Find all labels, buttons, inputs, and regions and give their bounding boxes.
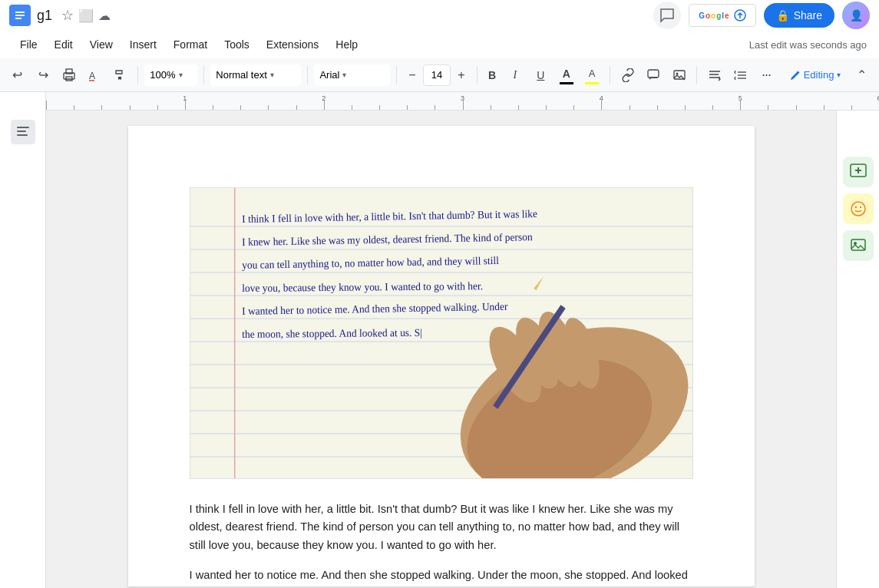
font-size-increase[interactable]: +	[452, 66, 471, 84]
align-button[interactable]	[703, 64, 725, 87]
svg-point-53	[854, 206, 856, 208]
highlight-button[interactable]: A	[580, 64, 603, 87]
editing-mode-button[interactable]: Editing ▾	[784, 66, 848, 84]
last-edit-status: Last edit was seconds ago	[749, 39, 867, 51]
italic-button[interactable]: I	[504, 64, 526, 87]
line-spacing-button[interactable]	[729, 64, 752, 87]
toolbar: ↩ ↪ A 100% ▾ Normal text ▾ Arial ▾ − + B…	[0, 58, 879, 92]
bold-button[interactable]: B	[484, 64, 501, 87]
more-toolbar-button[interactable]: ···	[755, 64, 777, 87]
svg-point-52	[851, 202, 865, 216]
header-right-actions: G o o g l e 🔒 Share 👤	[653, 2, 870, 29]
text-color-button[interactable]: A	[555, 64, 577, 87]
svg-rect-10	[648, 70, 659, 78]
ruler-container: 123456	[0, 92, 879, 111]
user-avatar[interactable]: 👤	[842, 2, 870, 29]
font-size-area: − +	[403, 64, 471, 86]
expand-toolbar-button[interactable]: ⌃	[850, 64, 872, 87]
editing-chevron: ▾	[837, 71, 841, 79]
menu-insert[interactable]: Insert	[122, 35, 164, 54]
print-button[interactable]	[58, 64, 80, 87]
menu-help[interactable]: Help	[328, 35, 365, 54]
add-image-suggestion-button[interactable]	[843, 230, 874, 261]
meet-button[interactable]: G o o g l e	[689, 4, 755, 27]
cloud-icon[interactable]: ☁	[98, 8, 111, 23]
spell-check-button[interactable]: A	[83, 64, 105, 87]
svg-rect-2	[15, 15, 25, 16]
paragraph-2-text: I wanted her to notice me. And then she …	[190, 569, 688, 588]
main-area: I think I fell in love with her, a littl…	[0, 111, 879, 588]
ruler-content: 123456	[46, 92, 879, 110]
title-action-icons: ☆ ⬜ ☁	[61, 7, 111, 24]
menu-edit[interactable]: Edit	[47, 35, 81, 54]
zoom-chevron: ▾	[179, 71, 183, 79]
svg-rect-1	[15, 12, 25, 13]
menu-view[interactable]: View	[82, 35, 121, 54]
underline-button[interactable]: U	[530, 64, 552, 87]
font-select[interactable]: Arial ▾	[314, 64, 390, 86]
svg-point-12	[676, 72, 678, 74]
paint-format-button[interactable]	[109, 64, 131, 87]
svg-rect-19	[17, 127, 29, 128]
app-icon	[9, 5, 31, 26]
notebook-image: I think I fell in love with her, a littl…	[190, 188, 692, 479]
add-comment-button[interactable]	[843, 157, 874, 187]
zoom-select[interactable]: 100% ▾	[144, 64, 197, 86]
document-image[interactable]: I think I fell in love with her, a littl…	[190, 187, 693, 479]
svg-rect-21	[17, 134, 28, 136]
ruler-spacer	[0, 92, 46, 111]
comment-button[interactable]	[642, 64, 664, 87]
menu-file[interactable]: File	[12, 35, 45, 54]
undo-button[interactable]: ↩	[6, 64, 28, 87]
svg-point-54	[859, 206, 861, 208]
redo-button[interactable]: ↪	[31, 64, 54, 87]
lock-icon: 🔒	[776, 9, 789, 21]
drive-icon[interactable]: ⬜	[78, 8, 94, 23]
link-button[interactable]	[616, 64, 639, 87]
left-sidebar	[0, 111, 46, 588]
toolbar-divider-2	[203, 66, 204, 84]
sidebar-outline-button[interactable]	[11, 120, 35, 144]
toolbar-divider-3	[307, 66, 308, 84]
document-title[interactable]: g1	[37, 8, 52, 24]
ruler: 123456	[46, 92, 879, 111]
toolbar-divider-7	[696, 66, 697, 84]
title-bar: g1 ☆ ⬜ ☁ G o o g l e 🔒 Share 👤	[0, 0, 879, 31]
editing-mode-label: Editing	[804, 69, 834, 81]
toolbar-divider-5	[477, 66, 478, 84]
svg-text:the moon, she stopped. And loo: the moon, she stopped. And looked at us.…	[242, 327, 422, 340]
toolbar-divider-6	[610, 66, 610, 84]
style-chevron: ▾	[270, 71, 274, 79]
font-size-input[interactable]	[423, 64, 451, 86]
toolbar-divider-4	[396, 66, 397, 84]
menu-bar: File Edit View Insert Format Tools Exten…	[0, 31, 879, 58]
style-select[interactable]: Normal text ▾	[210, 64, 301, 86]
chat-button[interactable]	[653, 2, 681, 29]
document-page: I think I fell in love with her, a littl…	[128, 126, 755, 586]
toolbar-divider-1	[137, 66, 138, 84]
document-paragraph-2[interactable]: I wanted her to notice me. And then she …	[190, 567, 693, 588]
svg-rect-20	[17, 130, 26, 132]
menu-extensions[interactable]: Extensions	[259, 35, 326, 54]
image-button[interactable]	[668, 64, 690, 87]
svg-text:love you, because they know yo: love you, because they know you. I wante…	[242, 280, 483, 294]
right-panel	[836, 111, 879, 588]
star-icon[interactable]: ☆	[61, 7, 74, 24]
document-area: I think I fell in love with her, a littl…	[46, 111, 836, 588]
add-emoji-button[interactable]	[843, 193, 874, 224]
font-size-decrease[interactable]: −	[403, 66, 421, 84]
menu-tools[interactable]: Tools	[216, 35, 257, 54]
svg-rect-3	[15, 18, 21, 19]
share-button[interactable]: 🔒 Share	[764, 3, 834, 28]
svg-text:A: A	[89, 71, 95, 81]
document-paragraph-1[interactable]: I think I fell in love with her, a littl…	[190, 500, 693, 554]
menu-format[interactable]: Format	[166, 35, 215, 54]
share-label: Share	[794, 9, 822, 21]
font-chevron: ▾	[342, 71, 346, 79]
